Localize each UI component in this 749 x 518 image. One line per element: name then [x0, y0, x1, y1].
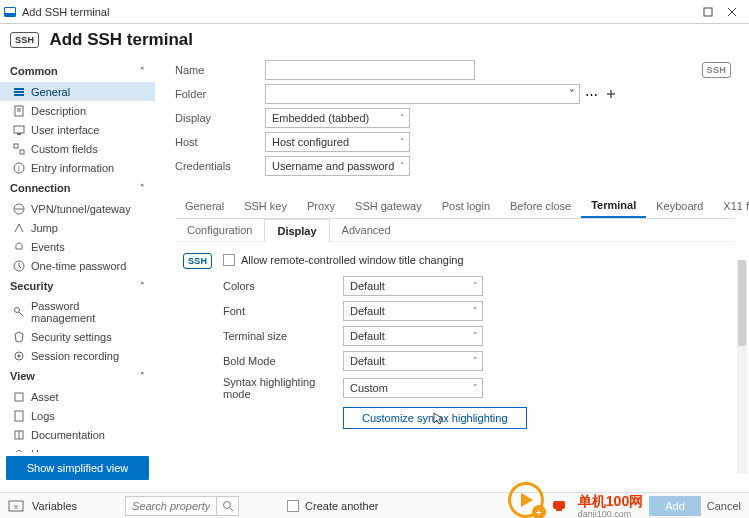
host-label: Host	[175, 136, 265, 148]
svg-rect-10	[17, 133, 21, 135]
folder-more-button[interactable]: ⋯	[582, 85, 600, 103]
sidebar-item-events[interactable]: Events	[0, 237, 155, 256]
home-icon	[12, 447, 25, 452]
tab-post-login[interactable]: Post login	[432, 195, 500, 217]
section-head-common[interactable]: Common˄	[0, 60, 155, 82]
svg-rect-5	[14, 94, 24, 96]
page-title: Add SSH terminal	[49, 30, 193, 50]
watermark-logo-icon	[550, 497, 568, 515]
svg-rect-33	[553, 501, 565, 509]
sidebar: Common˄ General Description User interfa…	[0, 60, 155, 452]
tab-terminal[interactable]: Terminal	[581, 194, 646, 218]
sidebar-item-logs[interactable]: Logs	[0, 406, 155, 425]
search-property-input[interactable]	[126, 500, 216, 512]
sidebar-item-user-interface[interactable]: User interface	[0, 120, 155, 139]
host-select[interactable]: Host configured˅	[265, 132, 410, 152]
watermark: 单机100网 danji100.com	[578, 493, 643, 519]
ssh-badge-icon: SSH	[702, 62, 731, 78]
syntax-mode-select[interactable]: Custom˅	[343, 378, 483, 398]
asset-icon	[12, 390, 25, 403]
tabstrip: General SSH key Proxy SSH gateway Post l…	[175, 194, 735, 219]
terminal-size-select[interactable]: Default˅	[343, 326, 483, 346]
svg-point-31	[223, 501, 230, 508]
tab-proxy[interactable]: Proxy	[297, 195, 345, 217]
sidebar-item-homepage[interactable]: Home page	[0, 444, 155, 452]
subtab-advanced[interactable]: Advanced	[330, 219, 403, 241]
credentials-select[interactable]: Username and password˅	[265, 156, 410, 176]
bold-mode-select[interactable]: Default˅	[343, 351, 483, 371]
font-label: Font	[223, 305, 343, 317]
svg-rect-21	[15, 411, 23, 421]
key-icon	[12, 306, 25, 319]
section-head-connection[interactable]: Connection˄	[0, 177, 155, 199]
svg-rect-12	[20, 150, 24, 154]
tab-keyboard[interactable]: Keyboard	[646, 195, 713, 217]
svg-rect-9	[14, 126, 24, 133]
sidebar-item-description[interactable]: Description	[0, 101, 155, 120]
chevron-up-icon: ˄	[140, 66, 145, 76]
create-another-checkbox[interactable]	[287, 500, 299, 512]
chevron-down-icon: ˅	[569, 88, 575, 101]
info-icon: i	[12, 161, 25, 174]
sidebar-item-general[interactable]: General	[0, 82, 155, 101]
terminal-display-panel: SSH Allow remote-controlled window title…	[175, 242, 735, 437]
font-select[interactable]: Default˅	[343, 301, 483, 321]
subtab-configuration[interactable]: Configuration	[175, 219, 264, 241]
sidebar-item-jump[interactable]: Jump	[0, 218, 155, 237]
show-simplified-view-button[interactable]: Show simplified view	[6, 456, 149, 480]
folder-input[interactable]: ˅	[265, 84, 580, 104]
sidebar-item-session-rec[interactable]: Session recording	[0, 346, 155, 365]
name-label: Name	[175, 64, 265, 76]
bell-icon	[12, 240, 25, 253]
svg-rect-11	[14, 144, 18, 148]
sidebar-item-vpn[interactable]: VPN/tunnel/gateway	[0, 199, 155, 218]
credentials-label: Credentials	[175, 160, 265, 172]
syntax-mode-label: Syntax highlighting mode	[223, 376, 343, 400]
display-select[interactable]: Embedded (tabbed)˅	[265, 108, 410, 128]
folder-label: Folder	[175, 88, 265, 100]
scrollbar[interactable]	[737, 260, 747, 474]
sidebar-item-custom-fields[interactable]: Custom fields	[0, 139, 155, 158]
section-head-view[interactable]: View˄	[0, 365, 155, 387]
svg-rect-0	[704, 8, 712, 16]
allow-remote-title-checkbox[interactable]	[223, 254, 235, 266]
folder-add-button[interactable]	[602, 85, 620, 103]
watermark-play-icon: +	[508, 482, 544, 518]
sidebar-item-docs[interactable]: Documentation	[0, 425, 155, 444]
sidebar-item-entry-info[interactable]: iEntry information	[0, 158, 155, 177]
chevron-down-icon: ˅	[473, 331, 478, 341]
cancel-button[interactable]: Cancel	[707, 500, 741, 512]
window-title: Add SSH terminal	[22, 6, 109, 18]
chevron-up-icon: ˄	[140, 371, 145, 381]
chevron-down-icon: ˅	[473, 306, 478, 316]
sidebar-item-pw-mgmt[interactable]: Password management	[0, 297, 155, 327]
tab-ssh-key[interactable]: SSH key	[234, 195, 297, 217]
add-button[interactable]: Add	[649, 496, 701, 516]
colors-label: Colors	[223, 280, 343, 292]
tab-ssh-gateway[interactable]: SSH gateway	[345, 195, 432, 217]
sidebar-item-sec-settings[interactable]: Security settings	[0, 327, 155, 346]
doc-icon	[12, 104, 25, 117]
footer: x Variables Create another + 单机100网 danj…	[0, 492, 749, 518]
name-input[interactable]	[265, 60, 475, 80]
search-icon[interactable]	[216, 497, 238, 515]
svg-rect-4	[14, 91, 24, 93]
subtab-display[interactable]: Display	[264, 219, 329, 242]
variables-label[interactable]: Variables	[32, 500, 77, 512]
variables-icon: x	[8, 500, 24, 512]
jump-icon	[12, 221, 25, 234]
tab-x11[interactable]: X11 forwarding	[713, 195, 749, 217]
sidebar-item-otp[interactable]: One-time password	[0, 256, 155, 275]
customize-syntax-button[interactable]: Customize syntax highlighting	[343, 407, 527, 429]
sidebar-item-asset[interactable]: Asset	[0, 387, 155, 406]
logs-icon	[12, 409, 25, 422]
close-button[interactable]	[721, 3, 743, 21]
tab-before-close[interactable]: Before close	[500, 195, 581, 217]
tab-general[interactable]: General	[175, 195, 234, 217]
list-icon	[12, 85, 25, 98]
create-another-label: Create another	[305, 500, 378, 512]
section-head-security[interactable]: Security˄	[0, 275, 155, 297]
maximize-button[interactable]	[697, 3, 719, 21]
search-property[interactable]	[125, 496, 239, 516]
colors-select[interactable]: Default˅	[343, 276, 483, 296]
